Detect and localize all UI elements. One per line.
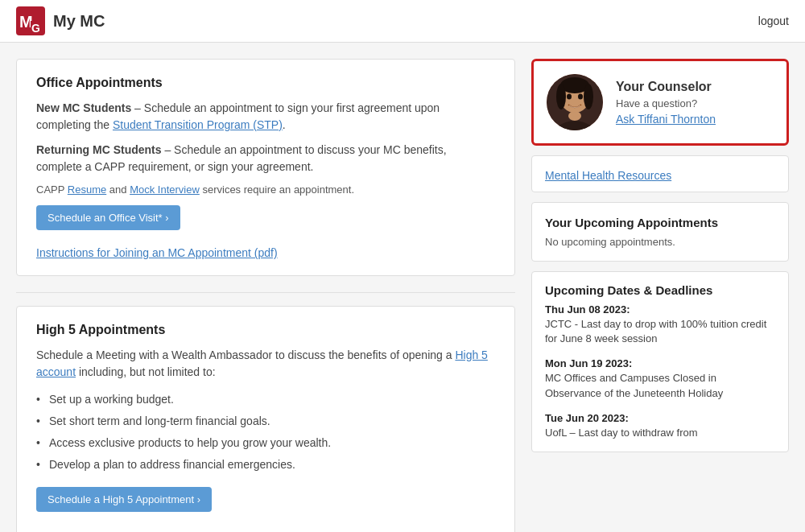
logout-link[interactable]: logout	[758, 14, 789, 27]
svg-point-10	[584, 84, 593, 109]
counselor-card: Your Counselor Have a question? Ask Tiff…	[531, 59, 789, 146]
date-label: Tue Jun 20 2023:	[545, 412, 775, 424]
list-item: Set short term and long-term financial g…	[36, 410, 495, 432]
stp-period: .	[283, 118, 286, 131]
date-item: Tue Jun 20 2023: UofL – Last day to with…	[545, 412, 775, 440]
date-label: Mon Jun 19 2023:	[545, 357, 775, 369]
main-layout: Office Appointments New MC Students – Sc…	[0, 43, 805, 532]
new-students-paragraph: New MC Students – Schedule an appointmen…	[36, 100, 495, 134]
stp-link[interactable]: Student Transition Program (STP)	[113, 118, 283, 131]
left-column: Office Appointments New MC Students – Sc…	[16, 59, 515, 532]
mental-health-link[interactable]: Mental Health Resources	[545, 166, 775, 182]
list-item: Develop a plan to address financial emer…	[36, 454, 495, 476]
date-desc: UofL – Last day to withdraw from	[545, 426, 775, 440]
counselor-question-text: Have a question?	[616, 97, 716, 109]
returning-students-label: Returning MC Students	[36, 143, 162, 156]
upcoming-appointments-title: Your Upcoming Appointments	[545, 216, 775, 229]
counselor-info: Your Counselor Have a question? Ask Tiff…	[616, 80, 716, 126]
high5-intro-suffix: including, but not limited to:	[76, 365, 216, 378]
resume-link[interactable]: Resume	[68, 184, 106, 196]
mental-health-card: Mental Health Resources	[531, 155, 789, 192]
right-column: Your Counselor Have a question? Ask Tiff…	[531, 59, 789, 532]
dates-deadlines-title: Upcoming Dates & Deadlines	[545, 283, 775, 297]
dates-deadlines-card: Upcoming Dates & Deadlines Thu Jun 08 20…	[531, 271, 789, 452]
date-desc: JCTC - Last day to drop with 100% tuitio…	[545, 317, 775, 346]
high5-title: High 5 Appointments	[36, 323, 495, 337]
ask-counselor-link[interactable]: Ask Tiffani Thornton	[616, 113, 716, 126]
counselor-heading: Your Counselor	[616, 80, 716, 94]
office-appointments-section: Office Appointments New MC Students – Sc…	[16, 59, 515, 276]
date-item: Thu Jun 08 2023: JCTC - Last day to drop…	[545, 303, 775, 346]
svg-point-11	[567, 94, 572, 100]
date-label: Thu Jun 08 2023:	[545, 303, 775, 315]
svg-text:G: G	[31, 22, 40, 35]
mock-interview-link[interactable]: Mock Interview	[130, 184, 200, 196]
instructions-pdf-link[interactable]: Instructions for Joining an MC Appointme…	[36, 246, 495, 259]
header-left: M G My MC	[16, 6, 105, 35]
no-appointments-text: No upcoming appointments.	[545, 236, 775, 248]
capp-suffix: services require an appointment.	[200, 184, 354, 196]
capp-middle: and	[106, 184, 130, 196]
svg-point-9	[556, 84, 566, 109]
list-item: Access exclusive products to help you gr…	[36, 432, 495, 454]
capp-text: CAPP Resume and Mock Interview services …	[36, 184, 495, 196]
office-appointments-title: Office Appointments	[36, 76, 495, 90]
upcoming-appointments-card: Your Upcoming Appointments No upcoming a…	[531, 202, 789, 262]
high5-bullet-list: Set up a working budget. Set short term …	[36, 389, 495, 476]
header: M G My MC logout	[0, 0, 805, 43]
returning-students-paragraph: Returning MC Students – Schedule an appo…	[36, 142, 495, 175]
date-item: Mon Jun 19 2023: MC Offices and Campuses…	[545, 357, 775, 400]
svg-point-12	[578, 94, 583, 100]
schedule-office-visit-button[interactable]: Schedule an Office Visit* ›	[36, 205, 180, 230]
date-desc: MC Offices and Campuses Closed in Observ…	[545, 371, 775, 400]
schedule-high5-button[interactable]: Schedule a High 5 Appointment ›	[36, 487, 212, 512]
list-item: Set up a working budget.	[36, 389, 495, 410]
capp-prefix: CAPP	[36, 184, 68, 196]
section-divider	[16, 292, 515, 293]
counselor-avatar-image	[547, 74, 603, 130]
high5-intro-text: Schedule a Meeting with a Wealth Ambassa…	[36, 348, 455, 361]
high5-intro: Schedule a Meeting with a Wealth Ambassa…	[36, 347, 495, 381]
site-title: My MC	[53, 12, 105, 31]
high5-appointments-section: High 5 Appointments Schedule a Meeting w…	[16, 306, 515, 532]
logo-icon: M G	[16, 6, 45, 35]
new-students-label: New MC Students	[36, 101, 131, 114]
counselor-avatar	[547, 74, 603, 130]
